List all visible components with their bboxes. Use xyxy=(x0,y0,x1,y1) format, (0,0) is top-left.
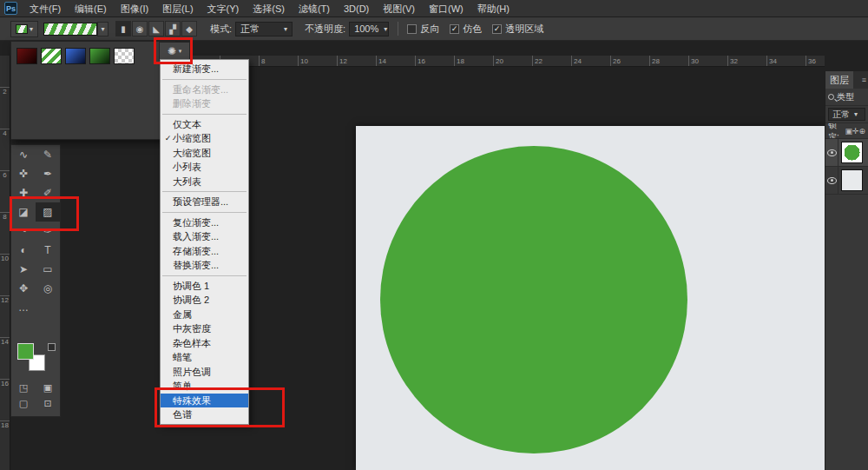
quick-mask-button[interactable]: ◳ xyxy=(11,380,36,395)
menubar-item[interactable]: 滤镜(T) xyxy=(292,0,337,17)
transparency-checker-swatch[interactable] xyxy=(114,48,135,64)
checkbox-box[interactable]: ✓ xyxy=(492,24,502,34)
mode-select[interactable]: 正常 ▾ xyxy=(235,22,293,36)
menubar-item[interactable]: 文字(Y) xyxy=(201,0,247,17)
menubar-item[interactable]: 视图(V) xyxy=(376,0,422,17)
more-tools[interactable]: … xyxy=(11,298,36,317)
search-icon xyxy=(828,94,834,100)
menu-item[interactable]: 蜡笔 xyxy=(161,350,248,365)
path-selection-tool[interactable]: ➤ xyxy=(11,260,36,279)
menu-item[interactable]: 替换渐变... xyxy=(161,258,248,273)
menubar-item[interactable]: 帮助(H) xyxy=(470,0,516,17)
preset-gear-button[interactable]: ✺ ▾ xyxy=(159,42,190,61)
gradient-tool[interactable]: ▨ xyxy=(36,202,60,222)
options-checkboxes: 反向✓仿色✓透明区域 xyxy=(407,23,554,36)
gradient-tool-icon xyxy=(16,24,28,34)
ruler-tick: 24 xyxy=(571,56,582,66)
checkbox-box[interactable]: ✓ xyxy=(450,24,459,34)
brush-tool[interactable]: ✐ xyxy=(36,183,60,202)
options-checkbox[interactable]: ✓透明区域 xyxy=(492,23,543,36)
foreground-color-swatch[interactable] xyxy=(17,343,34,360)
blend-mode-select[interactable]: 正常 ▾ xyxy=(828,108,865,121)
menu-item[interactable]: 协调色 2 xyxy=(161,293,248,308)
menu-item[interactable]: 大列表 xyxy=(161,175,248,189)
menu-item[interactable]: 金属 xyxy=(161,308,248,322)
angle-gradient-button[interactable]: ◣ xyxy=(148,21,164,36)
shape-tool[interactable]: ▭ xyxy=(36,260,60,279)
menu-item[interactable]: 中灰密度 xyxy=(161,321,248,336)
menu-item[interactable]: 照片色调 xyxy=(161,365,248,380)
pen-tool[interactable]: ✑ xyxy=(36,222,60,241)
menubar-item[interactable]: 图层(L) xyxy=(155,0,200,17)
dodge-tool[interactable]: ◐ xyxy=(11,241,36,260)
reflected-gradient-button[interactable]: ▞ xyxy=(165,21,181,36)
gradient-sample[interactable] xyxy=(43,23,97,36)
mask-mode-button[interactable]: ▢ xyxy=(11,395,36,411)
tab-layers[interactable]: 图层 xyxy=(825,71,853,89)
menu-item-label: 协调色 2 xyxy=(173,293,209,308)
crop-tool[interactable]: ✜ xyxy=(11,164,36,183)
eraser-tool[interactable]: ◪ xyxy=(11,202,36,222)
options-checkbox[interactable]: 反向 xyxy=(407,23,439,36)
healing-brush-tool[interactable]: ✚ xyxy=(11,183,36,202)
options-checkbox[interactable]: ✓仿色 xyxy=(450,23,482,36)
blur-tool[interactable]: ◔ xyxy=(11,222,36,241)
menubar-item[interactable]: 窗口(W) xyxy=(422,0,470,17)
red-black-gradient-swatch[interactable] xyxy=(16,48,37,64)
menu-item[interactable]: 大缩览图 xyxy=(161,146,248,161)
ruler-tick: 18 xyxy=(0,420,10,429)
menu-item[interactable]: ✓小缩览图 xyxy=(161,131,248,146)
green-circle xyxy=(380,146,687,453)
eyedropper-tool[interactable]: ✒ xyxy=(36,164,60,183)
opacity-select[interactable]: 100% ▾ xyxy=(349,22,389,36)
menubar-item[interactable]: 选择(S) xyxy=(246,0,292,17)
zoom-tool[interactable]: ◎ xyxy=(36,279,60,298)
default-colors-icon[interactable] xyxy=(48,343,56,351)
gradient-editor-group: ▾ xyxy=(43,22,108,36)
quick-selection-tool[interactable]: ✎ xyxy=(36,145,60,164)
menu-item[interactable]: 简单 xyxy=(161,379,248,394)
layer-row[interactable] xyxy=(825,167,868,195)
workspace-button[interactable]: ⊡ xyxy=(36,395,60,411)
menu-item[interactable]: 预设管理器... xyxy=(161,195,248,209)
lasso-tool[interactable]: ∿ xyxy=(11,145,36,164)
menu-item[interactable]: 仅文本 xyxy=(161,117,248,132)
menu-item[interactable]: 载入渐变... xyxy=(161,229,248,244)
menu-item[interactable]: 杂色样本 xyxy=(161,336,248,351)
gradient-picker-arrow[interactable]: ▾ xyxy=(97,22,108,36)
visibility-toggle[interactable] xyxy=(825,167,838,194)
visibility-toggle[interactable] xyxy=(825,139,838,166)
mode-label: 模式: xyxy=(210,23,232,36)
lock-icon[interactable]: ▣ xyxy=(845,127,852,136)
layer-row[interactable] xyxy=(825,139,868,167)
menu-item[interactable]: 存储渐变... xyxy=(161,244,248,259)
menubar-item[interactable]: 文件(F) xyxy=(23,0,68,17)
menu-item[interactable]: 小列表 xyxy=(161,160,248,175)
eye-icon xyxy=(827,149,837,156)
menubar-item[interactable]: 编辑(E) xyxy=(68,0,114,17)
menubar-item[interactable]: 图像(I) xyxy=(114,0,155,17)
ruler-tick: 6 xyxy=(0,170,10,179)
diamond-gradient-button[interactable]: ◆ xyxy=(181,21,197,36)
type-tool[interactable]: T xyxy=(36,241,60,260)
document-canvas[interactable] xyxy=(356,126,825,470)
menu-item[interactable]: 协调色 1 xyxy=(161,279,248,294)
panel-menu-icon[interactable]: ≡ xyxy=(862,76,866,84)
green-black-gradient-swatch[interactable] xyxy=(89,48,110,64)
blue-black-gradient-swatch[interactable] xyxy=(65,48,86,64)
menu-item[interactable]: 特殊效果 xyxy=(161,394,248,408)
menu-item[interactable]: 复位渐变... xyxy=(161,215,248,230)
green-stripes-gradient-swatch[interactable] xyxy=(41,48,62,64)
filter-type-select[interactable]: 类型 xyxy=(837,91,854,103)
tool-preset-dropdown[interactable]: ▾ xyxy=(10,21,38,37)
hand-tool[interactable]: ✥ xyxy=(11,279,36,298)
lock-icon[interactable]: ⊕ xyxy=(858,127,865,136)
photoshop-logo: Ps xyxy=(4,2,17,15)
menubar-item[interactable]: 3D(D) xyxy=(337,0,376,17)
checkbox-box[interactable] xyxy=(407,24,417,34)
radial-gradient-button[interactable]: ◉ xyxy=(132,21,148,36)
linear-gradient-button[interactable]: ▮ xyxy=(115,21,131,36)
menu-item[interactable]: 色谱 xyxy=(161,407,248,422)
menu-item[interactable]: 新建渐变... xyxy=(161,62,248,76)
screen-mode-button[interactable]: ▣ xyxy=(36,380,60,395)
